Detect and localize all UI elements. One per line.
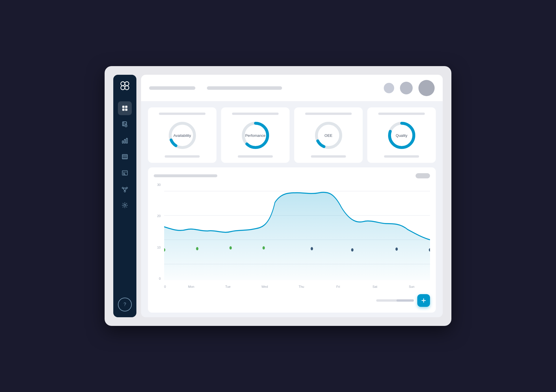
card-sublabel-bar	[238, 155, 273, 158]
svg-rect-4	[122, 106, 125, 108]
svg-point-3	[125, 86, 129, 90]
card-sublabel-bar	[384, 155, 419, 158]
sidebar-bottom: ?	[118, 298, 132, 311]
svg-rect-7	[125, 109, 127, 111]
sidebar-item-settings[interactable]	[118, 198, 132, 212]
card-label-bar	[159, 113, 205, 115]
chart-dot	[196, 247, 198, 250]
avatar-large	[418, 80, 435, 96]
svg-point-27	[122, 187, 124, 189]
sidebar-item-search-data[interactable]	[118, 166, 132, 180]
sidebar-item-data[interactable]	[118, 150, 132, 164]
sidebar-item-analytics[interactable]	[118, 134, 132, 148]
svg-line-25	[125, 174, 125, 175]
chart-dot	[395, 247, 398, 251]
x-axis-labels: 0 Mon Tue Wed Thu Fri Sat Sun	[164, 281, 430, 292]
metric-card-availability: Availability	[148, 107, 216, 163]
help-icon: ?	[124, 302, 126, 307]
header-title	[149, 86, 195, 90]
metric-card-oee: OEE	[294, 107, 363, 163]
donut-chart-oee: OEE	[313, 120, 344, 151]
scrollbar-track[interactable]	[376, 299, 414, 302]
card-label-bar	[305, 113, 352, 115]
sidebar-nav	[113, 101, 136, 298]
help-button[interactable]: ?	[118, 298, 132, 311]
chart-header	[154, 173, 430, 178]
donut-chart-availability: Availability	[166, 120, 198, 151]
donut-chart-performance: Perfomance	[240, 120, 271, 151]
svg-point-29	[124, 191, 126, 192]
donut-label-availability: Availability	[173, 133, 191, 138]
chart-dot	[262, 246, 265, 249]
sidebar-item-connections[interactable]	[118, 182, 132, 196]
donut-label-oee: OEE	[325, 133, 332, 138]
area-chart	[164, 183, 430, 280]
header	[141, 75, 443, 102]
sidebar: ?	[113, 75, 136, 317]
y-label-0: 0	[159, 277, 162, 280]
svg-point-33	[124, 204, 126, 206]
svg-point-26	[124, 188, 126, 190]
card-label-bar	[232, 113, 279, 115]
avatar-medium	[400, 82, 413, 94]
x-label-fri: Fri	[320, 285, 357, 288]
svg-rect-6	[122, 109, 125, 111]
chart-dot	[351, 248, 353, 251]
x-label-tue: Tue	[210, 285, 246, 288]
card-sublabel-bar	[311, 155, 346, 158]
chart-title	[154, 174, 217, 177]
donut-label-quality: Quality	[396, 133, 407, 138]
svg-line-31	[126, 188, 126, 188]
svg-rect-17	[126, 138, 127, 143]
y-label-20: 20	[157, 214, 162, 218]
chart-area: 30 20 10 0	[154, 183, 430, 292]
metric-card-quality: Quality	[367, 107, 436, 163]
scrollbar-thumb[interactable]	[396, 299, 414, 302]
svg-line-30	[123, 188, 124, 188]
svg-rect-15	[122, 141, 123, 143]
card-label-bar	[378, 113, 425, 115]
chart-dot	[229, 246, 232, 249]
card-sublabel-bar	[165, 155, 200, 158]
app-container: ? Availability	[105, 66, 451, 326]
avatar-small	[384, 83, 394, 93]
svg-point-28	[126, 187, 128, 189]
x-label-zero: 0	[164, 285, 173, 288]
chart-toggle[interactable]	[416, 173, 430, 178]
x-label-mon: Mon	[173, 285, 210, 288]
y-label-10: 10	[157, 246, 162, 249]
y-label-30: 30	[157, 183, 162, 186]
x-label-thu: Thu	[283, 285, 320, 288]
donut-label-performance: Perfomance	[245, 133, 265, 138]
sidebar-item-reports[interactable]	[118, 117, 132, 131]
fab-button[interactable]	[417, 294, 430, 307]
chart-section: 30 20 10 0	[148, 167, 436, 313]
svg-point-2	[121, 86, 125, 90]
chart-scrollbar-area	[154, 292, 430, 307]
chart-svg-container	[164, 183, 430, 280]
svg-rect-16	[124, 139, 125, 143]
metric-cards-area: Availability Perfomance	[141, 102, 443, 163]
logo-icon	[120, 81, 130, 93]
chart-dot	[311, 247, 313, 250]
x-label-sat: Sat	[357, 285, 393, 288]
y-axis-labels: 30 20 10 0	[154, 183, 162, 280]
svg-rect-5	[125, 106, 127, 108]
x-label-wed: Wed	[246, 285, 283, 288]
sidebar-item-dashboard[interactable]	[118, 101, 132, 115]
metric-card-performance: Perfomance	[221, 107, 290, 163]
x-label-sun: Sun	[393, 285, 430, 288]
donut-chart-quality: Quality	[386, 120, 418, 151]
header-search[interactable]	[207, 86, 282, 90]
main-content: Availability Perfomance	[141, 75, 443, 317]
svg-point-0	[121, 82, 125, 86]
svg-point-1	[125, 82, 129, 86]
